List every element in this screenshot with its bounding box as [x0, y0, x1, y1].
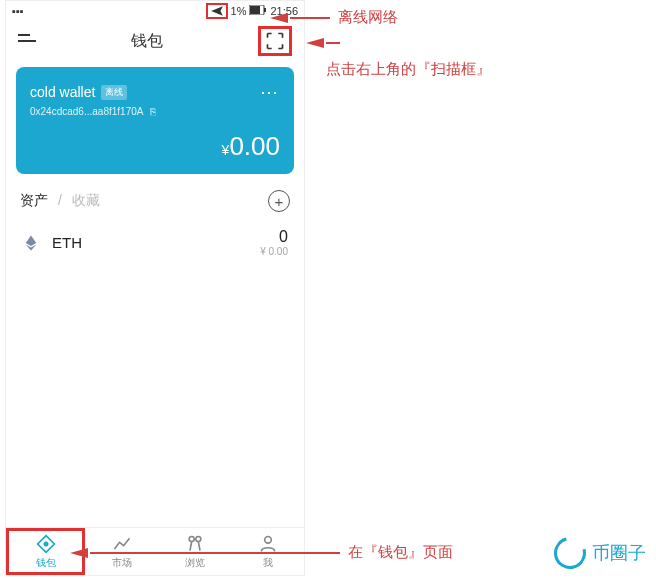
- tab-favorites[interactable]: 收藏: [72, 192, 100, 210]
- eth-icon: [22, 234, 40, 252]
- watermark: 币圈子: [554, 537, 646, 569]
- asset-row[interactable]: ETH 0 ¥ 0.00: [6, 216, 304, 269]
- svg-point-8: [264, 536, 271, 543]
- svg-rect-1: [250, 6, 260, 14]
- app-header: 钱包: [6, 21, 304, 61]
- wallet-address[interactable]: 0x24cdcad6...aa8f1f170A ⎘: [30, 106, 280, 117]
- signal-icon: ▪▪▪: [12, 5, 24, 17]
- wallet-nav-icon: [36, 534, 56, 554]
- scan-button[interactable]: [258, 26, 292, 56]
- asset-value: ¥ 0.00: [260, 246, 288, 257]
- tab-assets[interactable]: 资产: [20, 192, 48, 210]
- copy-icon[interactable]: ⎘: [150, 106, 156, 117]
- asset-amount: 0: [260, 228, 288, 246]
- wallet-name: cold wallet: [30, 84, 95, 100]
- watermark-icon: [548, 531, 592, 575]
- svg-rect-2: [264, 8, 266, 12]
- status-bar: ▪▪▪ 1% 21:56: [6, 1, 304, 21]
- svg-point-6: [189, 536, 194, 541]
- annotation-offline: 离线网络: [270, 8, 398, 27]
- header-title: 钱包: [131, 31, 163, 52]
- asset-section-header: 资产 / 收藏 +: [6, 180, 304, 216]
- svg-point-7: [195, 536, 200, 541]
- offline-badge: 离线: [101, 85, 127, 100]
- card-more-icon[interactable]: ⋯: [260, 81, 280, 103]
- add-asset-button[interactable]: +: [268, 190, 290, 212]
- wallet-balance: ¥0.00: [30, 131, 280, 162]
- svg-point-5: [43, 541, 48, 546]
- annotation-wallet-page: 在『钱包』页面: [70, 543, 453, 562]
- watermark-text: 币圈子: [592, 541, 646, 565]
- scan-icon: [265, 31, 285, 51]
- phone-frame: ▪▪▪ 1% 21:56 钱包 cold wallet 离线: [5, 0, 305, 576]
- battery-icon: [249, 5, 267, 17]
- battery-percent: 1%: [231, 5, 247, 17]
- asset-symbol: ETH: [52, 234, 82, 251]
- annotation-scan: [306, 38, 340, 48]
- airplane-mode-icon: [206, 3, 228, 19]
- tab-divider: /: [58, 192, 62, 210]
- annotation-scan-text: 点击右上角的『扫描框』: [326, 60, 491, 79]
- wallet-card[interactable]: cold wallet 离线 ⋯ 0x24cdcad6...aa8f1f170A…: [16, 67, 294, 174]
- menu-icon[interactable]: [18, 31, 36, 52]
- status-left: ▪▪▪: [12, 5, 24, 17]
